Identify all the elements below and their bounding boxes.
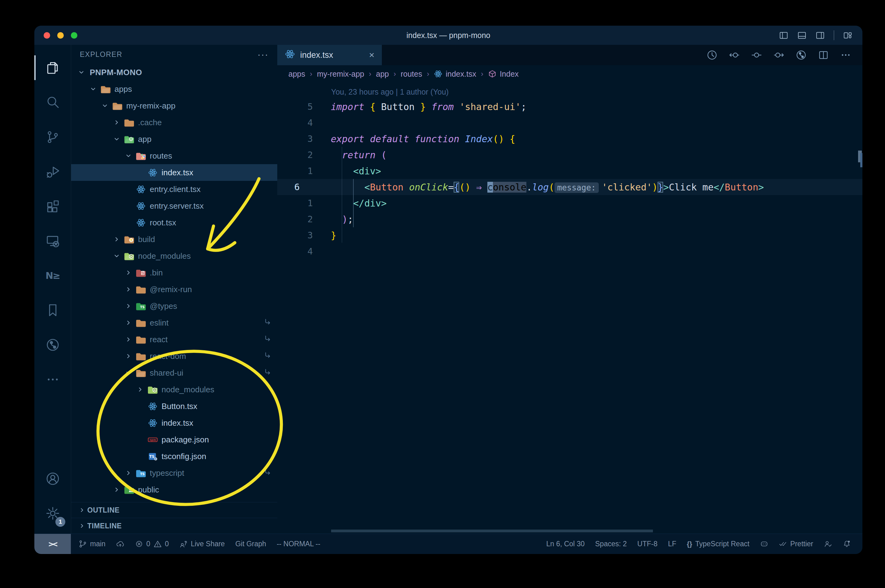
minimize-window-button[interactable]: [57, 32, 64, 39]
layout-panel-icon[interactable]: [797, 31, 807, 40]
zoom-window-button[interactable]: [71, 32, 77, 39]
activitybar-item-nx-console[interactable]: N≥: [35, 258, 71, 293]
statusbar-live-share[interactable]: Live Share: [174, 540, 230, 548]
tree-item-react-dom[interactable]: react-dom: [71, 348, 277, 364]
chevron-closed-icon[interactable]: [122, 286, 134, 293]
sidebar-more-actions-icon[interactable]: ···: [257, 49, 269, 60]
chevron-open-icon[interactable]: [75, 69, 87, 76]
chevron-closed-icon[interactable]: [134, 386, 146, 393]
statusbar-vim-mode[interactable]: -- NORMAL --: [271, 540, 325, 548]
tree-item-react[interactable]: react: [71, 331, 277, 348]
breadcrumb-item-routes[interactable]: routes: [401, 69, 422, 78]
chevron-open-icon[interactable]: [111, 136, 122, 142]
gitlens-icon[interactable]: [796, 50, 807, 61]
sidebar-section-outline[interactable]: OUTLINE: [71, 502, 277, 518]
statusbar-language-mode[interactable]: {}TypeScript React: [682, 540, 755, 548]
breadcrumb-item-app[interactable]: app: [376, 69, 389, 78]
activitybar-item-accounts[interactable]: [35, 461, 71, 496]
activitybar-item-explorer[interactable]: [35, 50, 71, 85]
breadcrumb-item-my-remix-app[interactable]: my-remix-app: [317, 69, 364, 78]
chevron-open-icon[interactable]: [111, 253, 122, 260]
tab-index-tsx[interactable]: index.tsx ×: [277, 45, 382, 65]
nav-current-icon[interactable]: [751, 50, 762, 61]
tree-item-button-tsx[interactable]: Button.tsx: [71, 398, 277, 415]
tree-item-node-modules[interactable]: jsnode_modules: [71, 381, 277, 398]
activitybar-item-extensions[interactable]: [35, 189, 71, 224]
chevron-closed-icon[interactable]: [122, 303, 134, 309]
tree-item-shared-ui[interactable]: shared-ui: [71, 364, 277, 381]
chevron-closed-icon[interactable]: [122, 470, 134, 476]
statusbar-problems[interactable]: 00: [129, 540, 174, 548]
layout-customize-icon[interactable]: [843, 31, 852, 40]
tree-item-bin[interactable]: 0110.bin: [71, 264, 277, 281]
tree-item-package-json[interactable]: npmpackage.json: [71, 431, 277, 448]
horizontal-scrollbar[interactable]: [331, 530, 653, 532]
tree-item-public[interactable]: public: [71, 482, 277, 498]
chevron-closed-icon[interactable]: [111, 486, 122, 493]
activitybar-item-source-control[interactable]: [35, 120, 71, 154]
activitybar-item-gitlens[interactable]: [35, 327, 71, 362]
chevron-closed-icon[interactable]: [111, 119, 122, 126]
nav-back-icon[interactable]: [729, 50, 740, 61]
chevron-closed-icon[interactable]: [122, 320, 134, 326]
statusbar-git-graph[interactable]: Git Graph: [230, 540, 271, 548]
layout-sidebar-left-icon[interactable]: [779, 31, 789, 40]
activitybar-item-remote-explorer[interactable]: [35, 224, 71, 258]
tree-item-eslint[interactable]: eslint: [71, 314, 277, 331]
sidebar-section-timeline[interactable]: TIMELINE: [71, 518, 277, 534]
tree-item-types[interactable]: TS@types: [71, 298, 277, 314]
tree-item-index-tsx[interactable]: index.tsx: [71, 415, 277, 431]
layout-sidebar-right-icon[interactable]: [815, 31, 825, 40]
activitybar-item-bookmarks[interactable]: [35, 293, 71, 327]
tree-item-entry-server-tsx[interactable]: entry.server.tsx: [71, 198, 277, 214]
statusbar-copilot[interactable]: [755, 540, 774, 548]
activitybar-item-run-debug[interactable]: [35, 154, 71, 189]
statusbar-eol[interactable]: LF: [663, 540, 682, 548]
close-window-button[interactable]: [44, 32, 50, 39]
tree-item-tsconfig-json[interactable]: TStsconfig.json: [71, 448, 277, 465]
statusbar-publish[interactable]: [111, 540, 129, 548]
tree-item-apps[interactable]: apps: [71, 81, 277, 98]
breadcrumb-item-apps[interactable]: apps: [288, 69, 305, 78]
statusbar-cursor-position[interactable]: Ln 6, Col 30: [541, 540, 590, 548]
statusbar-person[interactable]: [819, 540, 837, 548]
tree-item-index-tsx[interactable]: index.tsx: [71, 164, 277, 181]
close-tab-icon[interactable]: ×: [369, 50, 375, 60]
code-editor[interactable]: You, 23 hours ago | 1 author (You) 5impo…: [277, 82, 862, 534]
chevron-open-icon[interactable]: [87, 86, 99, 92]
tree-item-root-tsx[interactable]: root.tsx: [71, 214, 277, 231]
chevron-closed-icon[interactable]: [77, 507, 87, 513]
statusbar-indentation[interactable]: Spaces: 2: [590, 540, 632, 548]
tree-item-cache[interactable]: .cache: [71, 114, 277, 131]
chevron-closed-icon[interactable]: [77, 523, 87, 529]
breadcrumb-item-index-tsx[interactable]: index.tsx: [434, 69, 476, 78]
nav-forward-icon[interactable]: [773, 50, 784, 61]
activitybar-item-more-views[interactable]: [35, 362, 71, 397]
tree-item-my-remix-app[interactable]: my-remix-app: [71, 98, 277, 114]
statusbar-encoding[interactable]: UTF-8: [632, 540, 663, 548]
tree-item-build[interactable]: build: [71, 231, 277, 248]
more-icon[interactable]: [840, 50, 851, 61]
chevron-open-icon[interactable]: [99, 102, 111, 109]
tree-item-app[interactable]: app: [71, 131, 277, 147]
tree-item-entry-client-tsx[interactable]: entry.client.tsx: [71, 181, 277, 198]
chevron-closed-icon[interactable]: [122, 269, 134, 276]
history-clock-icon[interactable]: [706, 50, 718, 61]
tree-item-typescript[interactable]: TStypescript: [71, 465, 277, 482]
chevron-closed-icon[interactable]: [111, 236, 122, 243]
tree-root-pnpm-mono[interactable]: PNPM-MONO: [71, 64, 277, 81]
chevron-open-icon[interactable]: [122, 152, 134, 159]
activitybar-item-settings[interactable]: 1: [35, 496, 71, 531]
statusbar-notifications[interactable]: [837, 540, 856, 548]
split-editor-icon[interactable]: [818, 50, 829, 61]
statusbar-prettier[interactable]: Prettier: [774, 540, 819, 548]
tree-item-remix-run[interactable]: @remix-run: [71, 281, 277, 298]
activitybar-item-search[interactable]: [35, 85, 71, 120]
remote-indicator[interactable]: ><: [35, 534, 71, 554]
breadcrumb-item-index[interactable]: Index: [488, 69, 519, 78]
statusbar-git-branch[interactable]: main: [73, 540, 111, 548]
tree-item-node-modules[interactable]: jsnode_modules: [71, 248, 277, 264]
chevron-open-icon[interactable]: [122, 369, 134, 376]
tree-item-routes[interactable]: routes: [71, 147, 277, 164]
chevron-closed-icon[interactable]: [122, 336, 134, 343]
